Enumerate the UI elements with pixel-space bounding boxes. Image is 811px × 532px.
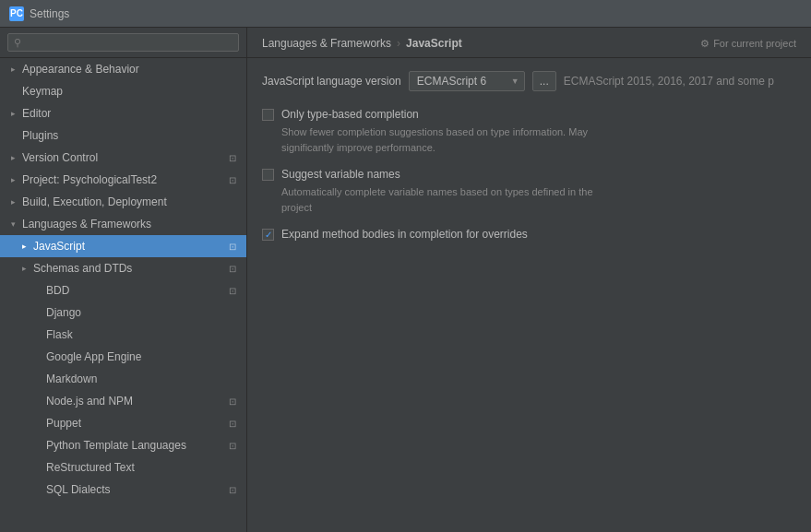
sidebar-label: Plugins: [22, 129, 239, 142]
sidebar-settings-icon: ⊡: [226, 395, 239, 408]
arrow-icon: ▸: [18, 241, 30, 252]
arrow-icon: [7, 130, 18, 141]
sidebar-settings-icon: ⊡: [226, 284, 239, 297]
sidebar-label: Schemas and DTDs: [33, 262, 222, 275]
main-container: ▸Appearance & BehaviorKeymap▸EditorPlugi…: [0, 28, 811, 532]
option-suggest-variable-names: Suggest variable namesAutomatically comp…: [262, 168, 796, 215]
sidebar-item-editor[interactable]: ▸Editor: [0, 102, 246, 124]
arrow-icon: [31, 484, 42, 495]
sidebar-label: Markdown: [46, 372, 239, 385]
sidebar-label: Appearance & Behavior: [22, 63, 239, 76]
sidebar-label: Node.js and NPM: [46, 395, 222, 408]
arrow-icon: [31, 307, 42, 318]
sidebar-label: Flask: [46, 328, 239, 341]
version-info-text: ECMAScript 2015, 2016, 2017 and some p: [564, 75, 774, 88]
sidebar-settings-icon: ⊡: [226, 262, 239, 275]
sidebar-item-flask[interactable]: Flask: [0, 324, 246, 346]
title-bar: PC Settings: [0, 0, 811, 28]
checkbox-row: Only type-based completion: [262, 108, 796, 121]
sidebar-item-build-execution[interactable]: ▸Build, Execution, Deployment: [0, 191, 246, 213]
sidebar-label: BDD: [46, 284, 222, 297]
sidebar-item-nodejs-npm[interactable]: Node.js and NPM⊡: [0, 390, 246, 412]
sidebar-item-javascript[interactable]: ▸JavaScript⊡: [0, 235, 246, 257]
option-title: Expand method bodies in completion for o…: [281, 228, 528, 241]
breadcrumb-current: JavaScript: [406, 37, 462, 50]
sidebar: ▸Appearance & BehaviorKeymap▸EditorPlugi…: [0, 28, 247, 532]
breadcrumb: Languages & Frameworks › JavaScript ⚙ Fo…: [247, 28, 811, 58]
app-icon: PC: [9, 6, 24, 21]
sidebar-label: Build, Execution, Deployment: [22, 195, 239, 208]
project-note: For current project: [713, 38, 796, 49]
language-version-label: JavaScript language version: [262, 75, 401, 88]
breadcrumb-part1: Languages & Frameworks: [262, 37, 391, 50]
sidebar-item-bdd[interactable]: BDD⊡: [0, 279, 246, 301]
option-title: Suggest variable names: [281, 168, 400, 181]
version-select[interactable]: ECMAScript 5.1ECMAScript 6ECMAScript 201…: [409, 71, 525, 91]
sidebar-item-plugins[interactable]: Plugins: [0, 124, 246, 147]
sidebar-item-restructured-text[interactable]: ReStructured Text: [0, 456, 246, 479]
checkbox-row: Expand method bodies in completion for o…: [262, 228, 796, 241]
sidebar-label: Project: PsychologicalTest2: [22, 173, 222, 186]
arrow-icon: [31, 329, 42, 340]
sidebar-settings-icon: ⊡: [226, 439, 239, 452]
options-container: Only type-based completionShow fewer com…: [262, 108, 796, 241]
sidebar-label: JavaScript: [33, 240, 222, 253]
arrow-icon: ▸: [7, 174, 18, 185]
sidebar-settings-icon: ⊡: [226, 240, 239, 253]
sidebar-item-sql-dialects[interactable]: SQL Dialects⊡: [0, 479, 246, 501]
arrow-icon: ▸: [7, 152, 18, 163]
sidebar-item-version-control[interactable]: ▸Version Control⊡: [0, 147, 246, 169]
arrow-icon: [31, 440, 42, 451]
sidebar-label: Editor: [22, 107, 239, 120]
sidebar-item-schemas-dtds[interactable]: ▸Schemas and DTDs⊡: [0, 257, 246, 279]
sidebar-item-keymap[interactable]: Keymap: [0, 80, 246, 102]
sidebar-item-google-app-engine[interactable]: Google App Engine: [0, 346, 246, 368]
content-body: JavaScript language version ECMAScript 5…: [247, 58, 811, 532]
sidebar-item-python-template-languages[interactable]: Python Template Languages⊡: [0, 434, 246, 456]
project-icon: ⚙: [700, 38, 710, 50]
sidebar-settings-icon: ⊡: [226, 483, 239, 496]
sidebar-label: Version Control: [22, 151, 222, 164]
option-desc: Automatically complete variable names ba…: [262, 184, 796, 215]
arrow-icon: ▸: [7, 64, 18, 75]
arrow-icon: [31, 285, 42, 296]
search-input[interactable]: [7, 33, 239, 52]
breadcrumb-project: ⚙ For current project: [700, 38, 796, 50]
arrow-icon: [31, 351, 42, 362]
version-select-wrapper[interactable]: ECMAScript 5.1ECMAScript 6ECMAScript 201…: [409, 71, 525, 91]
checkbox-suggest-variable-names[interactable]: [262, 169, 274, 181]
arrow-icon: [31, 373, 42, 384]
window-title: Settings: [30, 7, 69, 20]
sidebar-settings-icon: ⊡: [226, 417, 239, 430]
sidebar-item-django[interactable]: Django: [0, 301, 246, 324]
more-button[interactable]: ...: [532, 71, 556, 91]
sidebar-items-list: ▸Appearance & BehaviorKeymap▸EditorPlugi…: [0, 58, 246, 501]
sidebar-label: Python Template Languages: [46, 439, 222, 452]
sidebar-label: Django: [46, 306, 239, 319]
sidebar-settings-icon: ⊡: [226, 151, 239, 164]
checkbox-type-based-completion[interactable]: [262, 109, 274, 121]
arrow-icon: [31, 462, 42, 473]
sidebar-item-appearance-behavior[interactable]: ▸Appearance & Behavior: [0, 58, 246, 80]
arrow-icon: ▸: [7, 108, 18, 119]
sidebar-label: Keymap: [22, 85, 239, 98]
sidebar-item-puppet[interactable]: Puppet⊡: [0, 412, 246, 434]
sidebar-label: ReStructured Text: [46, 461, 239, 474]
sidebar-label: Languages & Frameworks: [22, 218, 239, 231]
checkbox-expand-method-bodies[interactable]: [262, 229, 274, 241]
option-desc: Show fewer completion suggestions based …: [262, 124, 796, 155]
option-expand-method-bodies: Expand method bodies in completion for o…: [262, 228, 796, 241]
checkbox-row: Suggest variable names: [262, 168, 796, 181]
sidebar-item-project[interactable]: ▸Project: PsychologicalTest2⊡: [0, 169, 246, 191]
sidebar-item-markdown[interactable]: Markdown: [0, 368, 246, 390]
arrow-icon: [31, 418, 42, 429]
arrow-icon: [31, 396, 42, 407]
sidebar-item-languages-frameworks[interactable]: ▾Languages & Frameworks: [0, 213, 246, 235]
arrow-icon: ▸: [7, 196, 18, 207]
option-title: Only type-based completion: [281, 108, 419, 121]
search-box[interactable]: [0, 28, 246, 58]
sidebar-label: SQL Dialects: [46, 483, 222, 496]
option-type-based-completion: Only type-based completionShow fewer com…: [262, 108, 796, 155]
sidebar-label: Puppet: [46, 417, 222, 430]
sidebar-label: Google App Engine: [46, 350, 239, 363]
